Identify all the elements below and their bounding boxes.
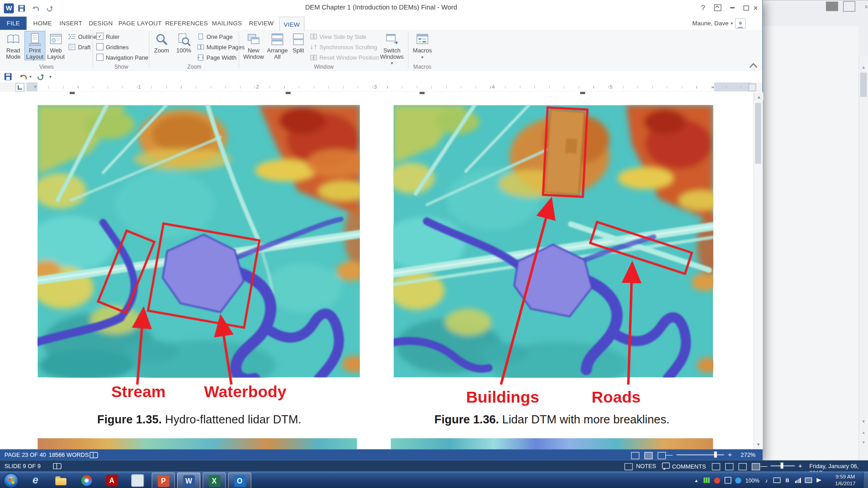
tab-page-layout[interactable]: PAGE LAYOUT bbox=[118, 17, 163, 30]
zoom-out-button[interactable]: — bbox=[666, 451, 673, 459]
split-button[interactable]: Split bbox=[290, 31, 307, 54]
draft-button[interactable]: Draft bbox=[68, 42, 91, 51]
battery-percentage[interactable]: 100% bbox=[745, 477, 760, 483]
arrange-all-button[interactable]: Arrange All bbox=[266, 31, 288, 60]
taskbar-excel[interactable]: X bbox=[203, 473, 226, 488]
account-control[interactable]: Maune, Dave ▾ bbox=[692, 17, 745, 30]
action-center-flag-icon[interactable] bbox=[816, 477, 823, 484]
powerpoint-scrollbar[interactable]: ▲ ▼ ▲ ▼ bbox=[859, 56, 868, 461]
normal-view-icon[interactable] bbox=[712, 463, 720, 470]
taskbar-word[interactable]: W bbox=[177, 473, 200, 488]
scroll-down-icon[interactable]: ▼ bbox=[754, 441, 763, 448]
proofing-errors-icon[interactable] bbox=[90, 452, 98, 459]
next-slide-icon[interactable]: ▼ bbox=[859, 438, 868, 447]
word-count[interactable]: 18566 WORDS bbox=[49, 451, 89, 458]
zoom-in-button[interactable]: + bbox=[798, 462, 802, 469]
page-indicator[interactable]: PAGE 23 OF 40 bbox=[5, 451, 46, 458]
redo-button[interactable] bbox=[34, 72, 47, 81]
new-window-button[interactable]: New Window bbox=[242, 31, 264, 60]
reading-view-icon[interactable] bbox=[738, 463, 746, 470]
show-hidden-icons-button[interactable]: ▲ bbox=[693, 477, 700, 484]
zoom-button[interactable]: Zoom bbox=[152, 31, 172, 54]
page-width-button[interactable]: Page Width bbox=[197, 53, 236, 61]
taskbar-clock[interactable]: 9:59 AM 1/6/2017 bbox=[828, 474, 863, 487]
web-layout-view-icon[interactable] bbox=[658, 452, 666, 459]
slide-sorter-view-icon[interactable] bbox=[725, 463, 733, 470]
network-icon[interactable] bbox=[805, 477, 812, 484]
zoom-percentage[interactable]: 272% bbox=[741, 451, 755, 458]
undo-button[interactable] bbox=[30, 4, 40, 13]
close-icon[interactable]: × bbox=[860, 2, 868, 11]
view-side-by-side-button[interactable]: View Side by Side bbox=[310, 32, 366, 40]
save-button[interactable] bbox=[17, 4, 27, 13]
tab-view[interactable]: VIEW bbox=[279, 17, 304, 31]
horizontal-ruler[interactable]: 1 2 3 4 5 ▾ ▴ bbox=[27, 82, 751, 91]
scroll-down-icon[interactable]: ▼ bbox=[859, 417, 868, 426]
read-mode-view-icon[interactable] bbox=[631, 452, 639, 459]
zoom-slider-thumb[interactable] bbox=[781, 463, 783, 469]
ribbon-display-options-button[interactable] bbox=[711, 2, 724, 13]
scrollbar-thumb[interactable] bbox=[860, 72, 867, 97]
volume-icon[interactable]: ♪ bbox=[763, 477, 770, 484]
avatar[interactable] bbox=[735, 18, 745, 28]
signal-strength-icon[interactable] bbox=[794, 477, 802, 484]
zoom-100-button[interactable]: 100% bbox=[173, 31, 194, 54]
taskbar-internet-explorer[interactable]: e bbox=[24, 473, 47, 488]
document-page[interactable]: Stream Waterbody Buildings Roads Figure … bbox=[0, 92, 754, 449]
slideshow-view-icon[interactable] bbox=[752, 463, 760, 470]
scrollbar-thumb[interactable] bbox=[755, 103, 761, 164]
customize-qat-button[interactable]: ▾ bbox=[47, 72, 54, 81]
ruler-checkbox[interactable]: ✓ Ruler bbox=[96, 32, 120, 40]
read-mode-button[interactable]: Read Mode bbox=[3, 31, 23, 60]
one-page-button[interactable]: One Page bbox=[197, 32, 233, 40]
tab-selector[interactable] bbox=[15, 83, 24, 92]
proofing-errors-icon[interactable] bbox=[53, 463, 61, 470]
left-indent-marker[interactable]: ▾ bbox=[34, 84, 37, 89]
taskbar-file-explorer[interactable] bbox=[50, 473, 72, 488]
redo-button[interactable] bbox=[44, 4, 54, 13]
macros-button[interactable]: Macros ▾ bbox=[411, 31, 434, 61]
word-app-icon[interactable]: W bbox=[4, 3, 14, 13]
undo-dropdown[interactable]: ▾ bbox=[27, 72, 34, 81]
previous-slide-icon[interactable]: ▲ bbox=[859, 428, 868, 437]
taskbar-chrome[interactable] bbox=[75, 473, 98, 488]
zoom-out-button[interactable]: — bbox=[760, 462, 767, 469]
tab-file[interactable]: FILE bbox=[0, 17, 27, 30]
print-layout-view-icon[interactable] bbox=[644, 452, 652, 459]
right-indent-marker[interactable]: ▴ bbox=[712, 84, 714, 89]
start-button[interactable] bbox=[3, 473, 19, 488]
navigation-pane-checkbox[interactable]: Navigation Pane bbox=[96, 53, 148, 61]
bluetooth-icon[interactable]: B bbox=[784, 477, 791, 484]
scroll-up-icon[interactable]: ▲ bbox=[754, 93, 764, 101]
tab-mailings[interactable]: MAILINGS bbox=[210, 17, 243, 30]
print-layout-button[interactable]: Print Layout bbox=[24, 31, 46, 61]
document-scrollbar[interactable]: ▲ ▼ bbox=[754, 92, 763, 449]
maximize-icon[interactable] bbox=[843, 2, 855, 11]
antivirus-icon[interactable] bbox=[714, 477, 721, 484]
ruler-toggle-icon[interactable] bbox=[749, 84, 756, 91]
comments-button[interactable]: COMMENTS bbox=[662, 463, 706, 470]
notes-button[interactable]: NOTES bbox=[624, 463, 656, 470]
minimize-button[interactable] bbox=[726, 2, 739, 13]
collapse-ribbon-button[interactable] bbox=[750, 63, 757, 71]
web-layout-button[interactable]: Web Layout bbox=[46, 31, 66, 60]
sync-app-icon[interactable] bbox=[724, 477, 731, 484]
tab-references[interactable]: REFERENCES bbox=[165, 17, 208, 30]
synchronous-scrolling-button[interactable]: Synchronous Scrolling bbox=[310, 42, 377, 51]
save-button[interactable] bbox=[2, 72, 14, 81]
minimize-icon[interactable] bbox=[826, 2, 838, 11]
switch-windows-button[interactable]: Switch Windows ▾ bbox=[379, 31, 406, 66]
scroll-up-icon[interactable]: ▲ bbox=[859, 62, 868, 71]
taskbar-outlook[interactable]: O bbox=[228, 473, 251, 488]
taskbar-powerpoint[interactable]: P bbox=[152, 473, 175, 488]
close-button[interactable]: × bbox=[749, 2, 763, 13]
reset-window-position-button[interactable]: Reset Window Position bbox=[310, 53, 379, 61]
zoom-slider-track[interactable] bbox=[676, 454, 724, 455]
messaging-app-icon[interactable] bbox=[735, 477, 742, 484]
multiple-pages-button[interactable]: Multiple Pages bbox=[197, 42, 245, 51]
performance-monitor-icon[interactable] bbox=[703, 477, 711, 484]
help-button[interactable]: ? bbox=[696, 2, 709, 13]
zoom-slider-thumb[interactable] bbox=[714, 451, 717, 457]
gridlines-checkbox[interactable]: Gridlines bbox=[96, 42, 129, 51]
taskbar-app[interactable] bbox=[126, 473, 148, 488]
